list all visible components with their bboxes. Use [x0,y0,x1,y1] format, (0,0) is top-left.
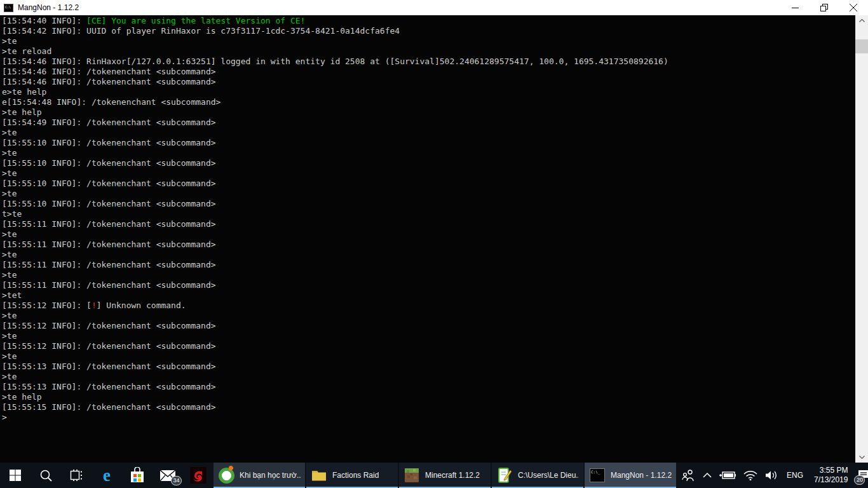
speaker-icon [765,470,778,480]
console-output: [15:54:40 INFO]: [CE] You are using the … [2,16,854,423]
console-line: [15:55:11 INFO]: /tokenenchant <subcomma… [2,280,854,290]
console-line: >te help [2,392,854,402]
console-window[interactable]: [15:54:40 INFO]: [CE] You are using the … [0,15,868,463]
taskbar-app-minecraft[interactable]: Minecraft 1.12.2 [399,463,491,488]
people-icon [681,469,695,482]
console-scrollbar[interactable] [855,15,868,463]
taskbar-apps: Khi bạn học trườ...Factions RaidMinecraf… [214,463,677,488]
console-line: >te [2,351,854,362]
taskbar-app-folder[interactable]: Factions Raid [306,463,398,488]
console-line: >tet [2,290,854,301]
wifi-icon [743,470,757,480]
close-icon [850,4,857,11]
clock[interactable]: 3:55 PM 7/13/2019 [808,466,853,485]
tray-overflow-button[interactable] [699,463,715,488]
store-button[interactable] [122,463,153,488]
minimize-icon [792,4,799,11]
console-line: >te [2,372,854,382]
taskbar-app-label: MangNon - 1.12.2 [611,471,672,480]
console-line: e>te help [2,87,854,97]
console-line: e[15:54:48 INFO]: /tokenenchant <subcomm… [2,97,854,107]
chevron-up-icon [703,473,712,478]
taskbar-app-label: Khi bạn học trườ... [240,471,301,480]
console-window-icon: C:\ [4,4,13,12]
search-button[interactable] [31,463,61,488]
volume-button[interactable] [761,463,782,488]
console-line: > [2,412,854,423]
taskbar-app-label: Minecraft 1.12.2 [425,471,480,480]
action-center-button[interactable]: 20 [853,463,868,488]
console-line: [15:55:13 INFO]: /tokenenchant <subcomma… [2,382,854,392]
taskbar-app-notepadpp[interactable]: C:\Users\Le Dieu... [492,463,583,488]
console-line: >te [2,250,854,260]
battery-charging-icon [719,471,736,480]
console-line: >te help [2,107,854,118]
scroll-down-button[interactable] [855,452,868,463]
console-line: >te [2,270,854,280]
console-line: [15:55:15 INFO]: /tokenenchant <subcomma… [2,402,854,412]
clock-time: 3:55 PM [814,466,848,475]
coccoc-browser-icon [219,468,234,484]
start-button[interactable] [0,463,31,488]
console-line: [15:55:10 INFO]: /tokenenchant <subcomma… [2,138,854,148]
notepad-plus-plus-icon [497,468,512,483]
console-line: >te [2,168,854,179]
console-line: [15:54:46 INFO]: /tokenenchant <subcomma… [2,77,854,87]
restore-button[interactable] [810,0,839,15]
window-title: MangNon - 1.12.2 [18,3,79,12]
minecraft-icon [404,468,419,483]
edge-button[interactable]: e [92,463,122,488]
task-view-icon [69,470,83,481]
close-button[interactable] [839,0,868,15]
console-line: >te [2,148,854,158]
store-icon [130,467,145,484]
console-line: >te [2,36,854,46]
console-line: [15:55:10 INFO]: /tokenenchant <subcomma… [2,199,854,209]
scroll-up-button[interactable] [855,15,868,26]
mail-badge: 34 [171,476,182,485]
console-line: [15:54:49 INFO]: /tokenenchant <subcomma… [2,118,854,128]
window-titlebar: C:\ MangNon - 1.12.2 [0,0,868,15]
minimize-button[interactable] [780,0,810,15]
taskbar-app-coccoc[interactable]: Khi bạn học trườ... [214,463,305,488]
mail-button[interactable]: 34 [153,463,183,488]
chevron-up-icon [859,19,865,22]
console-line: [15:55:11 INFO]: /tokenenchant <subcomma… [2,240,854,250]
task-view-button[interactable] [61,463,92,488]
console-line: [15:55:12 INFO]: /tokenenchant <subcomma… [2,321,854,331]
restore-icon [820,4,828,11]
console-line: >te [2,229,854,240]
console-icon: C:\_ [590,468,605,482]
taskbar-app-label: Factions Raid [332,471,379,480]
battery-button[interactable] [715,463,740,488]
garena-icon [190,467,207,484]
console-line: t>te [2,209,854,219]
taskbar-app-console[interactable]: C:\_MangNon - 1.12.2 [585,463,676,488]
console-line: [15:54:46 INFO]: RinHaxor[/127.0.0.1:632… [2,57,854,67]
console-line: [15:55:13 INFO]: /tokenenchant <subcomma… [2,362,854,372]
people-button[interactable] [677,463,699,488]
garena-button[interactable] [183,463,214,488]
console-line: [15:55:12 INFO]: [!] Unknown command. [2,301,854,311]
console-line: [15:55:12 INFO]: /tokenenchant <subcomma… [2,341,854,351]
system-tray: ENG 3:55 PM 7/13/2019 20 [677,463,868,488]
language-indicator[interactable]: ENG [782,463,808,488]
console-line: [15:54:40 INFO]: [CE] You are using the … [2,16,854,26]
edge-icon: e [103,467,111,484]
console-line: >te reload [2,46,854,57]
console-line: [15:54:46 INFO]: /tokenenchant <subcomma… [2,67,854,77]
console-line: [15:55:10 INFO]: /tokenenchant <subcomma… [2,158,854,168]
notification-badge: 20 [854,475,865,485]
console-line: >te [2,331,854,341]
console-line: [15:55:11 INFO]: /tokenenchant <subcomma… [2,260,854,270]
chevron-down-icon [859,456,865,459]
console-line: >te [2,189,854,199]
folder-icon [311,469,327,482]
console-line: [15:55:10 INFO]: /tokenenchant <subcomma… [2,179,854,189]
taskbar-app-label: C:\Users\Le Dieu... [518,471,579,480]
search-icon [39,469,53,482]
scrollbar-thumb[interactable] [855,39,868,53]
wifi-button[interactable] [740,463,761,488]
console-line: >te [2,311,854,321]
clock-date: 7/13/2019 [814,475,848,485]
